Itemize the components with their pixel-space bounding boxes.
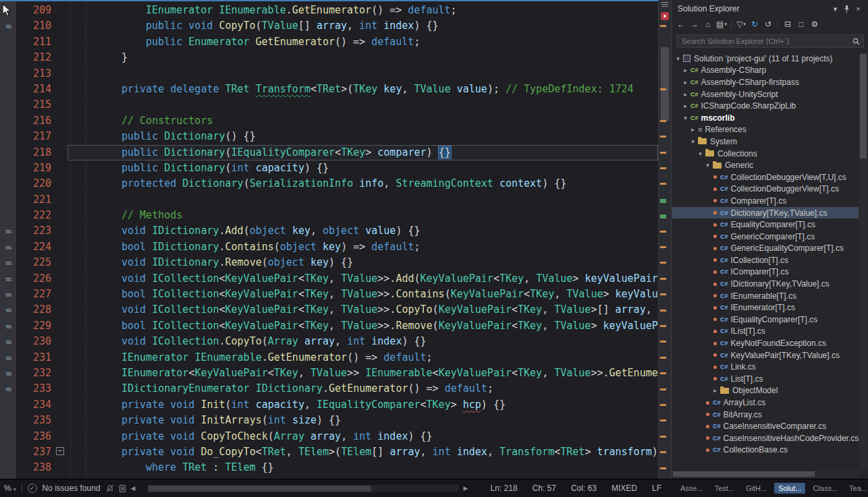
code-line-237[interactable]: 237−private void Do_CopyTo<TRet, TElem>(…: [0, 444, 658, 460]
code-text[interactable]: IEnumerator<KeyValuePair<TKey, TValue>> …: [67, 366, 658, 381]
panel-tab-class[interactable]: Class...: [809, 483, 842, 494]
code-line-228[interactable]: ⇅⇅228void ICollection<KeyValuePair<TKey,…: [0, 302, 658, 318]
line-number[interactable]: 227: [16, 287, 53, 302]
line-number[interactable]: 214: [16, 82, 53, 97]
line-number[interactable]: 231: [16, 350, 53, 366]
tree-item[interactable]: C#ArrayList.cs: [672, 397, 859, 409]
tree-vertical-scrollbar[interactable]: [859, 53, 867, 469]
line-number[interactable]: 222: [16, 208, 53, 223]
code-text[interactable]: public Dictionary(int capacity) {}: [67, 160, 658, 176]
back-icon[interactable]: ←: [675, 18, 687, 30]
editor-scrollbar[interactable]: [658, 0, 671, 479]
show-all-files-icon[interactable]: □: [795, 18, 807, 30]
code-line-234[interactable]: 234private void Init(int capacity, IEqua…: [0, 397, 658, 413]
tree-item[interactable]: ▾Generic: [672, 159, 859, 171]
code-text[interactable]: private delegate TRet Transform<TRet>(TK…: [67, 82, 658, 97]
line-number[interactable]: 230: [16, 334, 53, 349]
code-text[interactable]: public Dictionary(IEqualityComparer<TKey…: [67, 145, 658, 160]
code-line-222[interactable]: 222// Methods: [0, 208, 658, 223]
line-number[interactable]: 209: [16, 3, 53, 18]
tree-item[interactable]: ▾System: [672, 136, 859, 148]
code-text[interactable]: // Methods: [67, 208, 658, 223]
override-indicator-icon[interactable]: ⇅⇅: [0, 350, 16, 366]
code-text[interactable]: void ICollection<KeyValuePair<TKey, TVal…: [67, 271, 658, 287]
vertical-scrollbar-thumb[interactable]: [661, 47, 669, 121]
code-text[interactable]: IEnumerator IEnumerable.GetEnumerator() …: [67, 350, 658, 366]
tree-item[interactable]: ▾Solution 'project-gui' (11 of 11 projec…: [672, 53, 859, 65]
close-icon[interactable]: ×: [852, 3, 864, 14]
tree-item[interactable]: C#IEnumerable[T].cs: [672, 290, 859, 302]
tree-item[interactable]: C#IDictionary[TKey,TValue].cs: [672, 278, 859, 290]
line-number[interactable]: 229: [16, 318, 53, 334]
chevron-expanded-icon[interactable]: ▾: [688, 138, 697, 145]
forward-icon[interactable]: →: [688, 18, 701, 30]
override-indicator-icon[interactable]: ⇅⇅: [0, 271, 16, 287]
hscroll-right-arrow-icon[interactable]: ▶: [464, 485, 468, 492]
code-text[interactable]: [67, 192, 658, 208]
code-line-235[interactable]: 235private void InitArrays(int size) {}: [0, 413, 658, 428]
tree-item[interactable]: C#IList[T].cs: [672, 326, 859, 338]
line-number[interactable]: 237: [16, 444, 53, 460]
chevron-expanded-icon[interactable]: ▾: [674, 55, 682, 62]
code-text[interactable]: protected Dictionary(SerializationInfo i…: [67, 176, 658, 192]
tree-item[interactable]: C#KeyNotFoundException.cs: [672, 337, 859, 349]
chevron-expanded-icon[interactable]: ▾: [703, 162, 712, 169]
filter-icon[interactable]: ▽▾: [735, 18, 747, 30]
line-number[interactable]: 220: [16, 176, 53, 192]
chevron-expanded-icon[interactable]: ▾: [681, 115, 690, 121]
tree-item[interactable]: C#CollectionDebuggerView[T].cs: [672, 183, 859, 196]
code-text[interactable]: void ICollection.CopyTo(Array array, int…: [67, 334, 658, 349]
tree-item[interactable]: ▸C#ICSharpCode.SharpZipLib: [672, 100, 859, 112]
line-number[interactable]: 225: [16, 255, 53, 270]
zoom-control[interactable]: % ▾: [4, 484, 16, 493]
line-number[interactable]: 219: [16, 160, 53, 176]
override-indicator-icon[interactable]: ⇅⇅: [0, 366, 16, 381]
override-indicator-icon[interactable]: ⇅⇅: [0, 239, 16, 255]
tree-hscroll-thumb[interactable]: [673, 471, 815, 477]
chevron-collapsed-icon[interactable]: ▸: [711, 387, 720, 394]
code-text[interactable]: void ICollection<KeyValuePair<TKey, TVal…: [67, 302, 658, 318]
horizontal-scrollbar[interactable]: [148, 485, 458, 492]
code-line-217[interactable]: 217public Dictionary() {}: [0, 129, 658, 144]
code-line-220[interactable]: 220protected Dictionary(SerializationInf…: [0, 176, 658, 192]
tree-horizontal-scrollbar[interactable]: [673, 471, 858, 477]
issues-status[interactable]: No issues found: [43, 484, 101, 493]
code-text[interactable]: bool IDictionary.Contains(object key) =>…: [67, 239, 658, 255]
line-number[interactable]: 223: [16, 223, 53, 239]
code-line-232[interactable]: ⇅⇅232IEnumerator<KeyValuePair<TKey, TVal…: [0, 366, 658, 381]
hscroll-left-arrow-icon[interactable]: ◀: [131, 485, 136, 492]
code-line-218[interactable]: 218public Dictionary(IEqualityComparer<T…: [0, 145, 658, 160]
tree-item[interactable]: C#KeyValuePair[TKey,TValue].cs: [672, 349, 859, 361]
refresh-icon[interactable]: ↺: [762, 18, 774, 30]
override-indicator-icon[interactable]: ⇅⇅: [0, 334, 16, 349]
code-line-236[interactable]: 236private void CopyToCheck(Array array,…: [0, 429, 658, 444]
panel-tab-test[interactable]: Test...: [711, 483, 738, 494]
code-text[interactable]: IEnumerator IEnumerable.GetEnumerator() …: [67, 3, 658, 18]
code-text[interactable]: public Enumerator GetEnumerator() => def…: [67, 34, 658, 50]
line-number[interactable]: 234: [16, 397, 53, 413]
code-line-226[interactable]: ⇅⇅226void ICollection<KeyValuePair<TKey,…: [0, 271, 658, 287]
tree-item[interactable]: C#Dictionary[TKey,TValue].cs: [672, 207, 859, 219]
code-line-238[interactable]: 238where TRet : TElem {}: [0, 460, 658, 475]
properties-icon[interactable]: ⚙: [809, 18, 821, 30]
chevron-collapsed-icon[interactable]: ▸: [681, 91, 690, 98]
code-line-230[interactable]: ⇅⇅230void ICollection.CopyTo(Array array…: [0, 334, 658, 349]
switch-views-icon[interactable]: ▤▾: [715, 18, 728, 30]
override-indicator-icon[interactable]: ⇅⇅: [0, 287, 16, 302]
issues-check-icon[interactable]: ✓: [28, 484, 37, 493]
line-number[interactable]: 221: [16, 192, 53, 208]
tree-item[interactable]: ▸C#Assembly-UnityScript: [672, 88, 859, 100]
code-text[interactable]: private void InitArrays(int size) {}: [67, 413, 658, 428]
code-text[interactable]: void IDictionary.Add(object key, object …: [67, 223, 658, 239]
home-icon[interactable]: ⌂: [702, 18, 714, 30]
window-menu-icon[interactable]: ▾: [830, 3, 841, 14]
override-indicator-icon[interactable]: ⇅⇅: [0, 318, 16, 334]
search-input[interactable]: [680, 36, 852, 46]
code-line-219[interactable]: 219public Dictionary(int capacity) {}: [0, 160, 658, 176]
code-editor[interactable]: 209IEnumerator IEnumerable.GetEnumerator…: [0, 0, 671, 479]
code-text[interactable]: IDictionaryEnumerator IDictionary.GetEnu…: [67, 381, 658, 397]
code-line-212[interactable]: 212}: [0, 50, 658, 65]
code-text[interactable]: bool ICollection<KeyValuePair<TKey, TVal…: [67, 287, 658, 302]
code-text[interactable]: where TRet : TElem {}: [67, 460, 658, 475]
line-number[interactable]: 228: [16, 302, 53, 318]
